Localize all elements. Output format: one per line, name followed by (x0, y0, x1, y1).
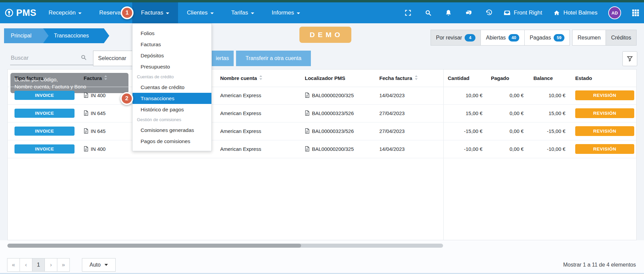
chevron-down-icon (166, 12, 169, 14)
dropdown-menu-item[interactable]: Folios (133, 28, 211, 39)
document-icon (305, 146, 310, 152)
avatar-initials: AD (612, 10, 618, 16)
main-menu: Recepción Reservas Facturas Clientes (40, 2, 309, 23)
page-size-select[interactable]: Auto (82, 258, 116, 272)
nav-menu-item[interactable]: Facturas (132, 2, 178, 23)
dropdown-menu-item[interactable]: Depósitos (133, 50, 211, 61)
invoice-type-badge: INVOICE (14, 127, 75, 136)
step-badge-2: 2 (120, 92, 133, 105)
column-header-factura[interactable]: Factura (84, 70, 138, 87)
chevron-down-icon (78, 12, 82, 14)
search-icon (80, 54, 87, 61)
nav-menu-item-label: Facturas (141, 9, 163, 16)
localizador-cell: BAL00000323/526 (305, 122, 377, 140)
status-tab[interactable]: Por revisar 4 (431, 30, 481, 46)
table-row[interactable]: INVOICE IN 645 American Express BAL00000… (8, 105, 636, 122)
pagination-button[interactable]: 1 (32, 258, 45, 272)
nav-menu-item[interactable]: Clientes (178, 2, 222, 23)
dropdown-menu-item-label: Folios (141, 30, 154, 36)
view-tab-label: Resumen (578, 35, 601, 41)
nav-menu-item[interactable]: Tarifas (223, 2, 263, 23)
page-size-value: Auto (90, 262, 101, 268)
inbox-icon (503, 9, 511, 17)
dropdown-menu-item[interactable]: Cuentas de crédito (133, 82, 211, 93)
pagination-button[interactable]: » (57, 258, 70, 272)
table-row[interactable]: INVOICE IN 400 American Express BAL00000… (8, 140, 636, 158)
fecha-factura-cell: 27/04/2023 (379, 122, 435, 140)
count-badge: 4 (465, 34, 475, 42)
nav-menu-item[interactable]: Recepción (40, 2, 90, 23)
invoice-type-badge: INVOICE (14, 144, 75, 154)
tipo-factura-cell: INVOICE (14, 87, 81, 104)
status-tab[interactable]: Abiertas 40 (480, 30, 525, 46)
estado-cell: REVISIÓN (575, 105, 634, 122)
app-logo-text: PMS (16, 8, 36, 18)
estado-cell: REVISIÓN (575, 122, 634, 140)
dropdown-menu-item-label: Facturas (141, 42, 161, 47)
cantidad-cell: 15,00 € (445, 105, 482, 122)
search-icon[interactable] (425, 9, 432, 17)
dropdown-menu-item[interactable]: Presupuesto (133, 61, 211, 72)
estado-badge: REVISIÓN (575, 126, 634, 136)
user-avatar[interactable]: AD (608, 6, 621, 19)
dropdown-menu-item[interactable]: Transacciones (133, 93, 211, 104)
column-header-pagado: Pagado (491, 70, 509, 87)
pagination-button[interactable]: › (45, 258, 57, 272)
column-header-nombre-cuenta[interactable]: Nombre cuenta (220, 70, 299, 87)
step-badge-1: 1 (121, 6, 134, 19)
horizontal-scrollbar-thumb[interactable] (7, 244, 301, 248)
cantidad-cell: -10,00 € (445, 140, 482, 158)
breadcrumb-transacciones[interactable]: Transacciones (43, 28, 109, 43)
apps-grid-icon[interactable] (632, 9, 639, 17)
pagado-cell: 0,00 € (487, 140, 524, 158)
dropdown-menu-item-label: Histórico de pagos (141, 107, 184, 112)
hotel-name: Hotel Balmes (563, 9, 597, 16)
transfer-account-button[interactable]: Transferir a otra cuenta (236, 51, 311, 66)
factura-cell: IN 645 (84, 105, 138, 122)
nav-menu-item-label: Tarifas (231, 9, 248, 16)
status-tab-label: Pagadas (530, 35, 551, 41)
localizador-cell: BAL00000200/325 (305, 87, 377, 104)
nav-menu-item[interactable]: Informes (263, 2, 309, 23)
dropdown-menu-item-label: Presupuesto (141, 64, 170, 70)
history-icon[interactable] (485, 9, 493, 17)
home-icon (553, 9, 560, 17)
status-tab[interactable]: Pagadas 59 (524, 30, 570, 46)
messages-chat-icon[interactable] (465, 9, 472, 17)
hotel-selector[interactable]: Hotel Balmes (553, 9, 597, 17)
dropdown-menu-item-label: Comisiones generadas (141, 127, 194, 133)
column-header-estado: Estado (575, 70, 592, 87)
tipo-factura-cell: INVOICE (14, 140, 81, 158)
notifications-bell-icon[interactable] (445, 9, 452, 17)
table-row[interactable]: INVOICE IN 400 American Express BAL00000… (8, 87, 636, 105)
view-tabs: Resumen Créditos (573, 30, 637, 46)
estado-cell: REVISIÓN (575, 87, 634, 104)
results-summary: Mostrar 1 a 11 de 4 elementos (563, 262, 636, 268)
balance-cell: -10,00 € (528, 140, 565, 158)
column-header-fecha-factura[interactable]: Fecha factura (379, 70, 435, 87)
breadcrumb-principal[interactable]: Principal (4, 28, 51, 43)
table-row[interactable]: INVOICE IN 645 American Express BAL00000… (8, 122, 636, 140)
pagination-button[interactable]: ‹ (20, 258, 32, 272)
dropdown-menu-item[interactable]: Pagos de comisiones (133, 136, 211, 147)
balance-cell: 10,00 € (528, 87, 565, 104)
filter-button[interactable] (622, 51, 637, 66)
document-icon (84, 146, 88, 152)
dropdown-menu-item[interactable]: Comisiones generadas (133, 125, 211, 136)
sort-icon (259, 70, 262, 87)
property-selector[interactable]: Front Right (503, 9, 542, 17)
demo-badge: DEMO (299, 27, 351, 43)
dropdown-menu-item-label: Transacciones (141, 95, 174, 101)
nombre-cuenta-cell: American Express (220, 87, 299, 104)
localizador-cell: BAL00000200/325 (305, 140, 377, 158)
pagination-button[interactable]: « (7, 258, 20, 272)
fullscreen-icon[interactable] (404, 9, 412, 17)
dropdown-menu-item: Cuentas de crédito (133, 72, 211, 82)
nombre-cuenta-cell: American Express (220, 122, 299, 140)
view-tab[interactable]: Créditos (606, 30, 637, 46)
chevron-down-icon (251, 12, 254, 14)
view-tab[interactable]: Resumen (572, 30, 606, 46)
dropdown-menu-item-label: Cuentas de crédito (137, 74, 174, 79)
dropdown-menu-item[interactable]: Facturas (133, 39, 211, 50)
dropdown-menu-item[interactable]: Histórico de pagos (133, 104, 211, 115)
